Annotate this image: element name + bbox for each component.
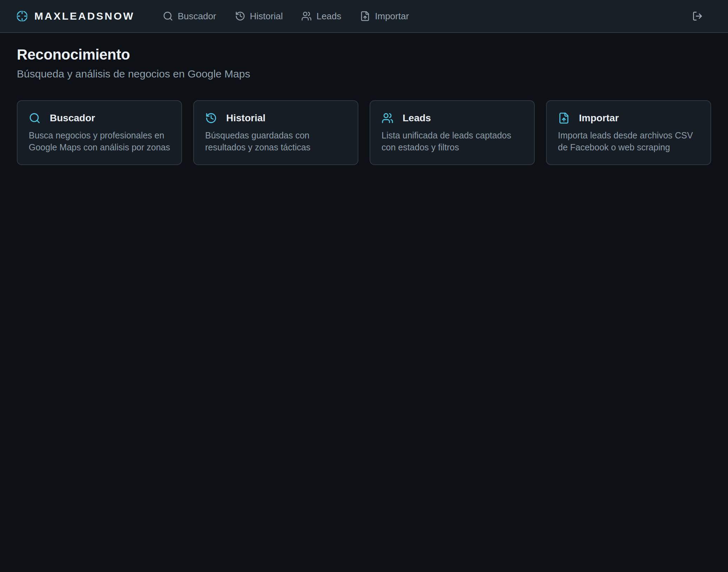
users-icon — [301, 11, 312, 21]
nav-item-importar[interactable]: Importar — [360, 11, 409, 22]
brand-name: MAXLEADSNOW — [34, 10, 135, 22]
history-icon — [235, 11, 245, 21]
card-title: Importar — [579, 113, 619, 124]
card-header: Buscador — [29, 112, 170, 124]
card-title: Historial — [226, 113, 265, 124]
file-up-icon — [558, 112, 570, 124]
card-description: Búsquedas guardadas con resultados y zon… — [205, 130, 346, 153]
nav-item-historial[interactable]: Historial — [235, 11, 283, 22]
feature-card-grid: Buscador Busca negocios y profesionales … — [17, 100, 711, 165]
main-content: Reconocimiento Búsqueda y análisis de ne… — [0, 33, 728, 165]
file-up-icon — [360, 11, 370, 21]
card-header: Historial — [205, 112, 346, 124]
page-subtitle: Búsqueda y análisis de negocios en Googl… — [17, 68, 711, 80]
nav-item-label: Buscador — [178, 11, 216, 22]
crosshair-logo-icon — [16, 10, 28, 22]
card-importar[interactable]: Importar Importa leads desde archivos CS… — [546, 100, 711, 165]
log-out-icon — [692, 11, 703, 21]
card-description: Lista unificada de leads captados con es… — [382, 130, 523, 153]
page-title: Reconocimiento — [17, 46, 711, 63]
users-icon — [382, 112, 393, 124]
card-historial[interactable]: Historial Búsquedas guardadas con result… — [193, 100, 358, 165]
brand-logo[interactable]: MAXLEADSNOW — [16, 10, 135, 22]
primary-nav: Buscador Historial Leads Importar — [163, 11, 409, 22]
card-title: Leads — [403, 113, 431, 124]
nav-item-label: Importar — [375, 11, 409, 22]
card-header: Importar — [558, 112, 699, 124]
nav-item-buscador[interactable]: Buscador — [163, 11, 216, 22]
search-icon — [29, 112, 41, 124]
card-leads[interactable]: Leads Lista unificada de leads captados … — [370, 100, 535, 165]
card-header: Leads — [382, 112, 523, 124]
nav-item-label: Historial — [250, 11, 283, 22]
card-buscador[interactable]: Buscador Busca negocios y profesionales … — [17, 100, 182, 165]
logout-button[interactable] — [690, 9, 705, 23]
nav-item-leads[interactable]: Leads — [301, 11, 341, 22]
top-nav-bar: MAXLEADSNOW Buscador Historial Leads Imp… — [0, 0, 728, 33]
nav-item-label: Leads — [316, 11, 341, 22]
card-description: Importa leads desde archivos CSV de Face… — [558, 130, 699, 153]
card-description: Busca negocios y profesionales en Google… — [29, 130, 170, 153]
card-title: Buscador — [50, 113, 95, 124]
search-icon — [163, 11, 173, 21]
history-icon — [205, 112, 217, 124]
